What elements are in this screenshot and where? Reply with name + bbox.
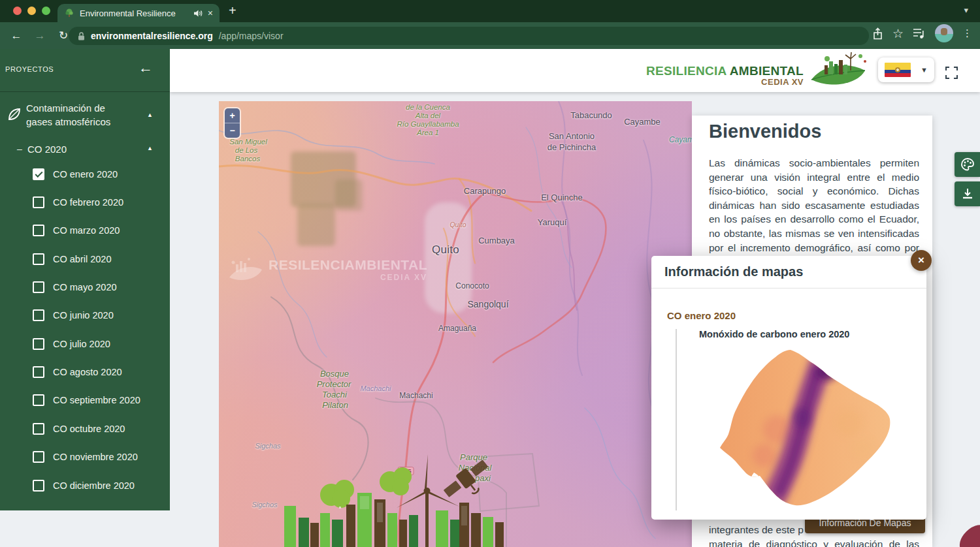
window-close-button[interactable] [13,7,22,15]
project-caret-up-icon[interactable]: ▲ [147,112,153,118]
group-dash: – [17,144,22,154]
zoom-in-button[interactable]: + [225,108,240,123]
map-label: Yaruquí [538,217,567,227]
map-label: Machachi [360,384,391,392]
basemap-style-button[interactable] [955,152,980,177]
layer-checkbox-row[interactable]: CO enero 2020 [33,166,165,183]
map-label: Tabacundo [570,110,612,120]
checkbox[interactable] [33,366,44,378]
language-selector[interactable]: ▼ [878,57,934,82]
palette-icon [960,157,975,172]
map-label: Área 1 [417,129,439,136]
layer-label: CO febrero 2020 [53,197,123,208]
sidebar-title: PROYECTOS [5,65,54,73]
modal-layer-name: CO enero 2020 [667,310,926,321]
checkbox[interactable] [33,338,44,350]
checkbox[interactable] [33,168,44,180]
checkbox[interactable] [33,196,44,208]
favicon-tree-icon [64,8,74,18]
layer-checkbox-row[interactable]: CO agosto 2020 [33,364,165,381]
brand-wordmark: RESILIENCIA AMBIENTAL CEDIA XV [646,65,804,87]
map-label: Cayam [669,135,692,144]
layer-checkbox-row[interactable]: CO julio 2020 [33,336,165,352]
layer-group[interactable]: – CO 2020 ▲ [0,142,170,157]
window-zoom-button[interactable] [42,7,50,15]
checkbox[interactable] [33,253,44,265]
map-label: de Los [235,146,258,154]
profile-avatar[interactable] [935,24,953,42]
address-bar[interactable]: environmentalresilience.org/app/maps/vis… [69,27,869,45]
map-label: de Pichincha [547,142,596,152]
layer-label: CO abril 2020 [53,254,111,264]
layer-label: CO noviembre 2020 [53,452,138,462]
brand-cedia: CEDIA XV [646,78,804,87]
layer-checkbox-row[interactable]: CO febrero 2020 [33,194,165,211]
new-tab-button[interactable]: + [229,3,237,18]
checkbox[interactable] [33,225,44,236]
map-label: Protector [317,379,351,389]
city-illustration [219,430,692,547]
layer-label: CO agosto 2020 [53,367,122,377]
checkbox[interactable] [33,451,44,463]
window-minimize-button[interactable] [27,7,36,15]
checkbox[interactable] [33,423,44,435]
checkbox[interactable] [33,281,44,293]
download-icon [961,187,974,200]
layer-label: CO diciembre 2020 [53,480,135,491]
browser-tab[interactable]: Environmental Resilience × [57,4,220,22]
layer-label: CO octubre 2020 [53,424,125,434]
map-label: San Miguel [229,138,267,146]
map-canvas[interactable]: de la Cuenca Alta del Río Guayllabamba Á… [219,101,692,547]
welcome-paragraph-continued: materia de diagnóstico y evaluación de l… [709,539,919,547]
brand-leaf-logo [805,51,868,90]
welcome-paragraph: Las dinámicas socio-ambientales permiten… [709,156,919,269]
share-icon[interactable] [872,27,883,40]
layer-label: CO julio 2020 [53,339,110,349]
bookmark-star-icon[interactable]: ☆ [892,26,904,41]
forward-button[interactable]: → [33,29,47,42]
zoom-out-button[interactable]: − [225,123,240,138]
layer-checkbox-row[interactable]: CO junio 2020 [33,307,165,324]
browser-menu-icon[interactable]: ⋮ [962,27,972,39]
media-controls-icon[interactable] [913,28,926,39]
app-header: RESILIENCIA AMBIENTAL CEDIA XV ▼ [170,49,980,92]
welcome-title: Bienvenidos [709,121,821,142]
group-caret-up-icon[interactable]: ▲ [147,145,153,151]
layer-checkbox-row[interactable]: CO octubre 2020 [33,420,165,437]
brand-ambiental: AMBIENTAL [730,64,804,78]
layer-label: CO septiembre 2020 [53,395,140,405]
tab-close-icon[interactable]: × [208,8,213,18]
language-caret-icon: ▼ [921,66,928,74]
checkbox[interactable] [33,480,44,492]
back-button[interactable]: ← [9,29,24,42]
tab-search-chevron-icon[interactable]: ▾ [964,5,968,15]
checkbox[interactable] [33,309,44,321]
layer-checkbox-row[interactable]: CO septiembre 2020 [33,392,165,409]
map-label: El Quinche [541,193,583,202]
layer-checkbox-row[interactable]: CO noviembre 2020 [33,448,165,465]
fullscreen-button[interactable] [945,67,958,79]
map-label: Carapungo [464,186,506,196]
modal-figure: Monóxido de carbono enero 2020 [676,329,926,510]
map-label: Quito [432,243,459,257]
modal-close-button[interactable]: × [911,250,932,271]
tab-audio-icon[interactable] [194,10,203,17]
projects-sidebar: PROYECTOS ← Contaminación de gases atmos… [0,49,170,510]
sidebar-header: PROYECTOS ← [0,49,170,92]
layer-checkbox-row[interactable]: CO diciembre 2020 [33,477,165,494]
download-button[interactable] [955,181,980,206]
map-label: Cumbaya [478,236,515,245]
checkbox[interactable] [33,394,44,406]
sidebar-collapse-arrow-icon[interactable]: ← [139,59,153,76]
map-label: Sangolquí [467,299,508,309]
map-label: de la Cuenca [406,103,450,111]
leaf-icon [6,106,23,123]
layer-checkbox-row[interactable]: CO marzo 2020 [33,222,165,239]
group-label: CO 2020 [27,144,67,155]
layer-checkbox-row[interactable]: CO mayo 2020 [33,279,165,296]
layer-checkbox-row[interactable]: CO abril 2020 [33,251,165,268]
tab-title: Environmental Resilience [80,8,189,18]
app-root: RESILIENCIA AMBIENTAL CEDIA XV ▼ [0,49,980,547]
project-label: Contaminación de gases atmosféricos [26,101,131,129]
map-label: Conocoto [455,281,489,290]
